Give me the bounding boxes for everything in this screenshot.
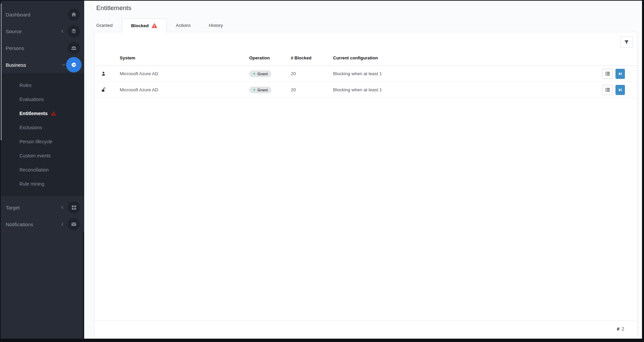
business-icon[interactable] [66,57,82,72]
users-icon[interactable] [68,42,80,54]
chevron-left-icon [61,222,64,226]
layers-icon[interactable] [68,25,80,37]
submenu-item-custom-events[interactable]: Custom events [1,149,84,163]
submenu-item-label: Evaluations [19,97,44,102]
cell-blocked-count: 20 [291,71,333,76]
sidebar-item-label: Persons [6,45,24,51]
submenu-item-entitlements[interactable]: Entitlements [1,106,84,120]
sidebar-item-label: Dashboard [6,12,30,17]
step-forward-icon [618,88,622,92]
operation-badge: + Grant [249,87,271,93]
tab-history[interactable]: History [200,18,232,32]
main-content: Entitlements Granted Blocked Actions His… [84,1,642,339]
app-window: Dashboard Source Persons [1,1,642,339]
details-list-button[interactable] [602,85,613,95]
submenu-item-label: Rule mining [19,181,44,187]
submenu-item-evaluations[interactable]: Evaluations [1,92,84,106]
submenu-item-label: Person lifecycle [19,139,52,144]
submenu-item-exclusions[interactable]: Exclusions [1,120,84,135]
table-row[interactable]: Microsoft Azure AD + Grant 20 Blocking w… [94,66,637,82]
row-count: 2 [622,326,624,332]
chevron-left-icon [61,205,64,209]
sidebar: Dashboard Source Persons [1,1,84,339]
submenu-item-label: Exclusions [19,125,42,130]
cell-blocked-count: 20 [291,87,333,92]
column-header-system: System [120,55,249,60]
process-step-button[interactable] [615,85,625,95]
home-icon[interactable] [68,8,80,20]
sidebar-item-persons[interactable]: Persons [1,40,84,56]
envelope-icon[interactable] [68,218,80,230]
details-list-button[interactable] [602,69,613,79]
blocked-entitlements-panel: System Operation # Blocked Current confi… [94,32,637,337]
cell-configuration: Blocking when at least 1 [333,87,590,92]
tab-label: History [209,23,223,28]
sidebar-item-label: Target [6,205,20,210]
submenu-item-reconciliation[interactable]: Reconciliation [1,163,84,177]
filter-button[interactable] [620,36,633,48]
unlock-icon [101,87,120,92]
column-header-operation: Operation [249,55,291,60]
process-step-button[interactable] [615,69,625,79]
count-symbol: # [617,326,620,332]
sidebar-item-label: Source [6,29,22,34]
cell-system: Microsoft Azure AD [120,87,249,92]
submenu-item-label: Rules [19,83,32,88]
tab-label: Blocked [131,23,149,28]
chevron-left-icon [61,29,64,33]
list-icon [605,88,610,92]
sidebar-item-label: Notifications [6,222,33,227]
tab-label: Granted [96,23,113,28]
submenu-item-label: Entitlements [19,111,48,116]
sidebar-item-label: Business [6,62,26,68]
chevron-down-icon [62,63,66,66]
submenu-item-rule-mining[interactable]: Rule mining [1,177,84,191]
table-row[interactable]: Microsoft Azure AD + Grant 20 Blocking w… [94,82,637,98]
table-header-row: System Operation # Blocked Current confi… [94,50,637,65]
submenu-item-rules[interactable]: Rules [1,78,84,92]
business-submenu: Rules Evaluations Entitlements Exclusion… [1,73,84,196]
tab-blocked[interactable]: Blocked [122,18,167,32]
list-icon [605,71,610,76]
page-title: Entitlements [96,4,131,12]
cell-configuration: Blocking when at least 1 [333,71,590,76]
plus-icon: + [253,88,256,92]
column-header-blocked: # Blocked [291,55,333,60]
filter-icon [624,40,629,45]
column-header-configuration: Current configuration [333,55,590,60]
sidebar-scrollbar-thumb[interactable] [1,3,2,140]
plus-icon: + [253,71,256,76]
operation-badge: + Grant [249,70,271,77]
warning-icon [51,111,56,116]
warning-icon [152,23,157,28]
table-footer: # 2 [94,320,637,337]
sidebar-item-notifications[interactable]: Notifications [1,216,84,233]
sidebar-item-source[interactable]: Source [1,23,84,40]
tab-label: Actions [176,23,191,28]
step-forward-icon [618,72,622,76]
tab-bar: Granted Blocked Actions History [84,18,232,32]
submenu-item-person-lifecycle[interactable]: Person lifecycle [1,135,84,149]
sidebar-item-dashboard[interactable]: Dashboard [1,6,84,23]
tab-actions[interactable]: Actions [167,18,200,32]
person-icon [101,71,120,76]
sidebar-item-business[interactable]: Business [1,56,84,73]
submenu-item-label: Custom events [19,153,51,158]
cell-system: Microsoft Azure AD [120,71,249,76]
grid-icon[interactable] [68,201,80,213]
submenu-item-label: Reconciliation [19,167,49,173]
sidebar-item-target[interactable]: Target [1,199,84,216]
tab-granted[interactable]: Granted [87,18,122,32]
